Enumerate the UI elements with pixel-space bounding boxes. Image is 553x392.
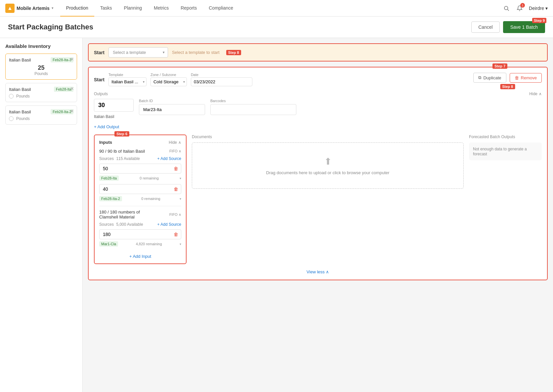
- source-remaining-2a: 4,820 remaining: [136, 242, 162, 246]
- date-input[interactable]: [191, 77, 252, 86]
- source-input-1b: 🗑: [99, 184, 181, 194]
- step8-dup-badge: Step 8: [500, 84, 515, 89]
- hide-inputs-button[interactable]: Hide ∧: [169, 140, 181, 145]
- output-qty-input[interactable]: [94, 99, 134, 112]
- source-qty-1b[interactable]: [103, 186, 163, 192]
- source-tag-1b: Feb28-Ita-2: [99, 196, 122, 201]
- nav-reports[interactable]: Reports: [175, 0, 203, 17]
- view-less-button[interactable]: View less ∧: [307, 269, 329, 274]
- batch-actions: ⧉ Duplicate 🗑 Remove Step 8: [473, 73, 542, 83]
- add-source-1-button[interactable]: + Add Source: [157, 156, 181, 161]
- add-output-button[interactable]: + Add Output: [94, 124, 119, 129]
- inventory-name-3: Italian Basil: [9, 109, 31, 114]
- svg-point-0: [504, 6, 508, 10]
- svg-line-1: [508, 9, 509, 11]
- top-nav: ▲ Mobile Artemis ▾ Production Tasks Plan…: [0, 0, 553, 17]
- batch-id-input[interactable]: [139, 104, 205, 115]
- barcodes-label: Barcodes: [210, 99, 296, 103]
- inventory-qty-1: 25: [9, 64, 73, 71]
- source-delete-1b-icon[interactable]: 🗑: [174, 186, 178, 192]
- inventory-item[interactable]: ✕ Italian Basil Feb28-Ita-2 Pounds: [5, 105, 77, 125]
- main-layout: Available Inventory ✕ Italian Basil Feb2…: [0, 38, 553, 392]
- source-chevron-1a-icon[interactable]: ▾: [180, 176, 181, 180]
- source-tag-2a: Mar1-Cla: [99, 241, 118, 247]
- source-remaining-1a: 0 remaining: [140, 176, 158, 180]
- search-icon[interactable]: [502, 4, 510, 12]
- documents-drop-zone[interactable]: ⬆ Drag documents here to upload or click…: [192, 142, 464, 189]
- inventory-radio-3[interactable]: [9, 116, 14, 121]
- template-bar: Start Select a template ▾ Select a templ…: [88, 43, 548, 61]
- nav-planning[interactable]: Planning: [118, 0, 148, 17]
- remove-button[interactable]: 🗑 Remove: [510, 73, 542, 83]
- duplicate-button[interactable]: ⧉ Duplicate: [473, 73, 506, 83]
- template-field-label: Template: [108, 73, 147, 77]
- inputs-panel: Step 6 Inputs Hide ∧ 90 / 90 lb of Itali…: [94, 135, 187, 264]
- bottom-panels: Step 6 Inputs Hide ∧ 90 / 90 lb of Itali…: [94, 135, 542, 264]
- nav-tasks[interactable]: Tasks: [94, 0, 118, 17]
- template-select[interactable]: Select a template: [108, 47, 168, 58]
- fifo-toggle-2[interactable]: FIFO ∧: [169, 213, 181, 217]
- zone-dropdown[interactable]: Cold Storage: [150, 77, 187, 86]
- nav-logo[interactable]: ▲ Mobile Artemis ▾: [5, 4, 54, 13]
- content-area: Start Select a template ▾ Select a templ…: [83, 38, 553, 392]
- inventory-unit-2: Pounds: [16, 94, 30, 98]
- step9-badge: Step 9: [532, 18, 546, 23]
- source-delete-1a-icon[interactable]: 🗑: [174, 166, 178, 171]
- forecast-panel: Forecasted Batch Outputs Not enough data…: [469, 135, 542, 264]
- template-field: Template Italian Basil ... ▾: [108, 73, 147, 86]
- inventory-unit-1: Pounds: [9, 71, 73, 76]
- template-dropdown[interactable]: Italian Basil ...: [108, 77, 147, 86]
- page-title: Start Packaging Batches: [8, 23, 93, 31]
- inputs-panel-header: Inputs Hide ∧: [99, 140, 181, 145]
- fifo-toggle-1[interactable]: FIFO ∧: [169, 149, 181, 153]
- input-group-1: 90 / 90 lb of Italian Basil FIFO ∧ Sourc…: [99, 149, 181, 201]
- source-tag-1a: Feb28-Ita: [99, 176, 119, 181]
- source-chevron-2a-icon[interactable]: ▾: [180, 242, 181, 246]
- add-source-2-button[interactable]: + Add Source: [157, 222, 181, 227]
- inventory-item[interactable]: ✕ Italian Basil Feb28-Ita Pounds: [5, 83, 77, 102]
- source-chevron-1b-icon[interactable]: ▾: [180, 197, 181, 201]
- input-group-2: 180 / 180 numbers of Clamshell Material …: [99, 210, 181, 247]
- brand-name: Mobile Artemis: [17, 6, 50, 11]
- duplicate-icon: ⧉: [478, 75, 481, 80]
- nav-compliance[interactable]: Compliance: [203, 0, 239, 17]
- nav-metrics[interactable]: Metrics: [148, 0, 175, 17]
- sidebar-title: Available Inventory: [5, 43, 77, 49]
- source-delete-2a-icon[interactable]: 🗑: [174, 232, 178, 237]
- page-header: Start Packaging Batches Cancel Save 1 Ba…: [0, 17, 553, 38]
- sidebar: Available Inventory ✕ Italian Basil Feb2…: [0, 38, 83, 392]
- user-menu[interactable]: Deirdre ▾: [529, 6, 548, 11]
- forecast-box: Not enough data to generate a forecast: [469, 142, 542, 160]
- notification-badge: 1: [520, 3, 525, 8]
- add-input-button[interactable]: + Add Input: [99, 251, 181, 259]
- nav-production[interactable]: Production: [60, 0, 94, 17]
- output-item-label: Italian Basil: [94, 114, 134, 119]
- batch-start-label: Start: [94, 77, 105, 82]
- template-start-label: Start: [94, 50, 105, 55]
- template-select-wrap: Select a template ▾: [108, 47, 168, 58]
- close-item-1-icon[interactable]: ✕: [70, 57, 74, 62]
- sources-label-2: Sources 5,000 Available: [99, 222, 143, 227]
- brand-dropdown-icon[interactable]: ▾: [52, 6, 54, 10]
- close-item-2-icon[interactable]: ✕: [70, 86, 74, 91]
- trash-icon: 🗑: [515, 75, 519, 80]
- close-item-3-icon[interactable]: ✕: [70, 108, 74, 114]
- inventory-name-2: Italian Basil: [9, 87, 31, 92]
- source-qty-2a[interactable]: [103, 232, 163, 237]
- inventory-radio-2[interactable]: [9, 94, 14, 98]
- hide-outputs-button[interactable]: Hide ∧: [529, 92, 542, 96]
- logo-icon: ▲: [5, 4, 15, 13]
- user-name: Deirdre: [529, 6, 544, 11]
- source-input-1a: 🗑: [99, 164, 181, 174]
- nav-links: Production Tasks Planning Metrics Report…: [60, 0, 502, 17]
- source-qty-1a[interactable]: [103, 166, 163, 171]
- documents-panel: Documents ⬆ Drag documents here to uploa…: [192, 135, 464, 264]
- barcodes-input[interactable]: [210, 104, 296, 115]
- zone-field-label: Zone / Subzone: [150, 73, 187, 77]
- cancel-button[interactable]: Cancel: [471, 21, 500, 33]
- batch-card: Step 7 ⧉ Duplicate 🗑 Remove Step 8 Start…: [88, 67, 548, 280]
- view-less: View less ∧: [94, 269, 542, 274]
- inventory-item[interactable]: ✕ Italian Basil Feb28-Ita-3 25 Pounds: [5, 54, 77, 80]
- notifications-icon[interactable]: 1: [516, 4, 524, 12]
- source-input-2a: 🗑: [99, 229, 181, 239]
